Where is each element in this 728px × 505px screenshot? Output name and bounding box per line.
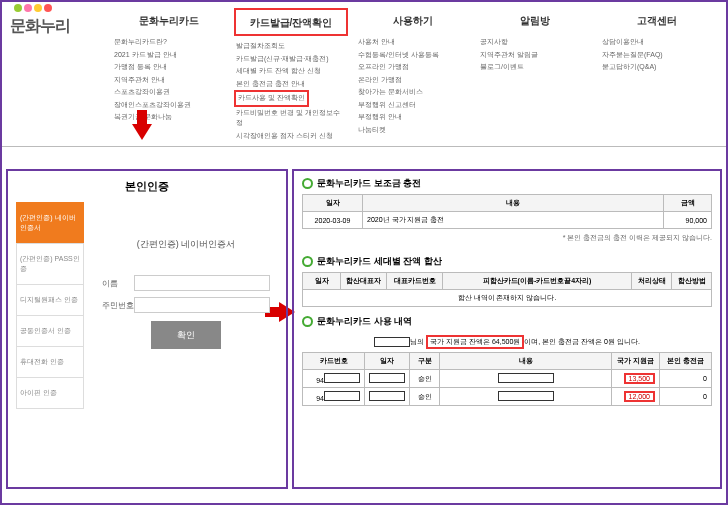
col: 피합산카드(이름-카드번호끝4자리) xyxy=(443,273,632,290)
nav-item[interactable]: 가맹점 등록 안내 xyxy=(112,61,226,74)
nav-item[interactable]: 수협등록/인터넷 사용등록 xyxy=(356,49,470,62)
nav-item[interactable]: 발급절차조회도 xyxy=(234,40,348,53)
col: 합산대표자 xyxy=(341,273,387,290)
jumin-label: 주민번호 xyxy=(102,300,134,311)
name-label: 이름 xyxy=(102,278,134,289)
col: 카드번호 xyxy=(303,353,365,370)
nav-item[interactable]: 장애인스포츠강좌이용권 xyxy=(112,99,226,112)
confirm-button[interactable]: 확인 xyxy=(151,321,221,349)
cell-desc-blank xyxy=(440,388,612,406)
auth-title: 본인인증 xyxy=(16,179,278,194)
nav-item[interactable]: 묻고답하기(Q&A) xyxy=(600,61,714,74)
nav-item[interactable]: 2021 카드 발급 안내 xyxy=(112,49,226,62)
nav-title-1[interactable]: 카드발급/잔액확인 xyxy=(234,8,348,36)
cell-gov: 12,000 xyxy=(612,388,660,406)
nav-item[interactable]: 카드발급(신규·재발급·재충전) xyxy=(234,53,348,66)
merge-empty: 합산 내역이 존재하지 않습니다. xyxy=(303,290,712,307)
section1-title: 문화누리카드 보조금 충전 xyxy=(302,177,712,190)
auth-tab[interactable]: (간편인증) PASS인증 xyxy=(16,243,84,284)
col: 내용 xyxy=(440,353,612,370)
cell-amt: 90,000 xyxy=(664,212,712,229)
nav-item[interactable]: 카드사용 및 잔액확인 xyxy=(234,90,309,107)
balance-line: 님의 국가 지원금 잔액은 64,500원이며, 본인 충전금 잔액은 0원 입… xyxy=(302,332,712,352)
cell-date-blank xyxy=(365,388,410,406)
nav-item[interactable]: 블로그/이벤트 xyxy=(478,61,592,74)
nav-item[interactable]: 부정행위 안내 xyxy=(356,111,470,124)
col: 일자 xyxy=(303,273,341,290)
nav-item[interactable]: 지역주관처 안내 xyxy=(112,74,226,87)
cell-date: 2020-03-09 xyxy=(303,212,363,229)
jumin-input[interactable] xyxy=(134,297,270,313)
col: 합산방법 xyxy=(672,273,712,290)
auth-tab[interactable]: (간편인증) 네이버인증서 xyxy=(16,202,84,243)
nav-item[interactable]: 지역주관처 알림글 xyxy=(478,49,592,62)
name-blank xyxy=(374,337,410,347)
nav-item[interactable]: 세대별 카드 잔액 합산 신청 xyxy=(234,65,348,78)
nav-item[interactable]: 시각장애인용 점자 스티커 신청 xyxy=(234,130,348,143)
name-input[interactable] xyxy=(134,275,270,291)
nav-title-0[interactable]: 문화누리카드 xyxy=(112,8,226,32)
nav-title-3[interactable]: 알림방 xyxy=(478,8,592,32)
section1-note: * 본인 충전금의 충전 이력은 제공되지 않습니다. xyxy=(302,229,712,247)
auth-tab[interactable]: 휴대전화 인증 xyxy=(16,346,84,377)
nav-item[interactable]: 자주묻는질문(FAQ) xyxy=(600,49,714,62)
content-panel: 문화누리카드 보조금 충전 일자 내용 금액 2020-03-09 2020년 … xyxy=(292,169,722,489)
nav-title-2[interactable]: 사용하기 xyxy=(356,8,470,32)
arrow-down-icon xyxy=(132,124,152,140)
section2-title: 문화누리카드 세대별 잔액 합산 xyxy=(302,255,712,268)
cell-type: 승인 xyxy=(410,388,440,406)
nav-item[interactable]: 상담이용안내 xyxy=(600,36,714,49)
cell-type: 승인 xyxy=(410,370,440,388)
auth-panel: 본인인증 (간편인증) 네이버인증서(간편인증) PASS인증디지털원패스 인증… xyxy=(6,169,288,489)
section3-title: 문화누리카드 사용 내역 xyxy=(302,315,712,328)
auth-tab[interactable]: 아이핀 인증 xyxy=(16,377,84,409)
cell-desc-blank xyxy=(440,370,612,388)
cell-gov: 13,500 xyxy=(612,370,660,388)
nav-item[interactable]: 부정행위 신고센터 xyxy=(356,99,470,112)
cell-date-blank xyxy=(365,370,410,388)
cell-card: 94 xyxy=(303,388,365,406)
col: 일자 xyxy=(365,353,410,370)
col-desc: 내용 xyxy=(363,195,664,212)
nav-item[interactable]: 스포츠강좌이용권 xyxy=(112,86,226,99)
nav-item[interactable]: 문화누리카드란? xyxy=(112,36,226,49)
col: 대표카드번호 xyxy=(387,273,443,290)
nav-item[interactable]: 복권기금 문화나눔 xyxy=(112,111,226,124)
balance-highlight: 국가 지원금 잔액은 64,500원 xyxy=(426,335,524,349)
cell-desc: 2020년 국가 지원금 충전 xyxy=(363,212,664,229)
col: 본인 충전금 xyxy=(660,353,712,370)
nav-item[interactable]: 공지사항 xyxy=(478,36,592,49)
nav-item[interactable]: 온라인 가맹점 xyxy=(356,74,470,87)
nav-item[interactable]: 본인 충전금 충전 안내 xyxy=(234,78,348,91)
col: 처리상태 xyxy=(632,273,672,290)
subsidy-table: 일자 내용 금액 2020-03-09 2020년 국가 지원금 충전 90,0… xyxy=(302,194,712,229)
logo: 문화누리 xyxy=(10,6,102,40)
usage-table: 카드번호일자구분내용국가 지원금본인 충전금 94승인13,500094승인12… xyxy=(302,352,712,406)
col-date: 일자 xyxy=(303,195,363,212)
col: 국가 지원금 xyxy=(612,353,660,370)
merge-table: 일자합산대표자대표카드번호피합산카드(이름-카드번호끝4자리)처리상태합산방법 … xyxy=(302,272,712,307)
cell-own: 0 xyxy=(660,370,712,388)
col: 구분 xyxy=(410,353,440,370)
nav-item[interactable]: 나눔티켓 xyxy=(356,124,470,137)
cell-card: 94 xyxy=(303,370,365,388)
nav-title-4[interactable]: 고객센터 xyxy=(600,8,714,32)
main-nav: 문화누리카드문화누리카드란?2021 카드 발급 안내가맹점 등록 안내지역주관… xyxy=(108,6,718,144)
auth-form-title: (간편인증) 네이버인증서 xyxy=(102,238,270,251)
col-amt: 금액 xyxy=(664,195,712,212)
auth-tab[interactable]: 공동인증서 인증 xyxy=(16,315,84,346)
nav-item[interactable]: 찾아가는 문화서비스 xyxy=(356,86,470,99)
cell-own: 0 xyxy=(660,388,712,406)
nav-item[interactable]: 사용처 안내 xyxy=(356,36,470,49)
auth-tab[interactable]: 디지털원패스 인증 xyxy=(16,284,84,315)
logo-text: 문화누리 xyxy=(10,16,102,37)
nav-item[interactable]: 오프라인 가맹점 xyxy=(356,61,470,74)
nav-item[interactable]: 카드비밀번호 변경 및 개인정보수정 xyxy=(234,107,348,130)
